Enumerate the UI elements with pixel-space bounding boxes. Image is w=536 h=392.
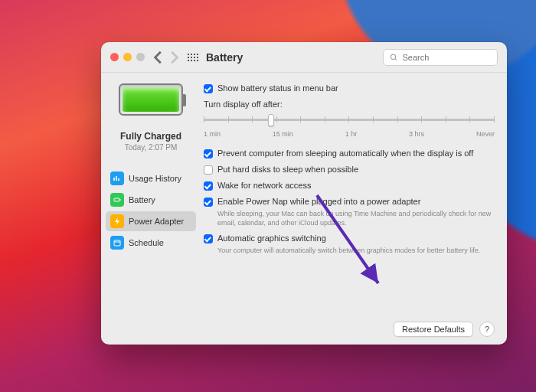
sidebar-item-label: Schedule [129, 238, 164, 247]
pane-footer: Restore Defaults ? [394, 322, 495, 337]
sidebar-item-power-adapter[interactable]: Power Adapter [106, 211, 196, 231]
sidebar-item-label: Power Adapter [129, 217, 184, 226]
setting-show-menubar[interactable]: Show battery status in menu bar [204, 83, 495, 93]
checkbox[interactable] [204, 198, 213, 207]
minimize-button[interactable] [123, 53, 132, 61]
search-icon [390, 53, 398, 62]
chevron-right-icon [166, 51, 180, 64]
checkbox[interactable] [204, 149, 213, 158]
restore-defaults-button[interactable]: Restore Defaults [394, 322, 473, 337]
show-all-icon[interactable] [188, 54, 198, 61]
setting-auto-graphics[interactable]: Automatic graphics switching [204, 234, 495, 243]
settings-pane: Show battery status in menu bar Turn dis… [201, 73, 507, 345]
slider-knob[interactable] [268, 114, 274, 126]
sidebar-nav: Usage History Battery Power Adapter Sche… [106, 168, 196, 253]
bolt-icon [110, 214, 124, 228]
preferences-window: Battery Fully Charged Today, 2:07 PM Usa… [101, 42, 507, 345]
checkbox[interactable] [204, 165, 213, 175]
window-controls [110, 53, 145, 61]
desktop-wallpaper: Battery Fully Charged Today, 2:07 PM Usa… [0, 0, 536, 392]
battery-icon [119, 83, 183, 116]
setting-prevent-sleep[interactable]: Prevent computer from sleeping automatic… [204, 149, 495, 158]
setting-power-nap-desc: While sleeping, your Mac can back up usi… [217, 210, 495, 227]
slider-title: Turn display off after: [204, 100, 495, 109]
checkbox[interactable] [204, 234, 213, 243]
help-button[interactable]: ? [479, 322, 495, 337]
svg-rect-3 [114, 240, 120, 246]
back-button[interactable] [152, 48, 166, 67]
checkbox[interactable] [204, 84, 213, 93]
search-input[interactable] [403, 53, 492, 62]
chevron-left-icon [152, 51, 166, 64]
svg-point-0 [391, 54, 396, 60]
chart-icon [110, 172, 124, 185]
checkbox[interactable] [204, 181, 213, 191]
zoom-button[interactable] [136, 53, 145, 61]
svg-rect-1 [114, 198, 119, 201]
setting-wake-network[interactable]: Wake for network access [204, 181, 495, 191]
sidebar-item-usage-history[interactable]: Usage History [106, 168, 196, 188]
sidebar-item-label: Usage History [129, 174, 181, 183]
window-title: Battery [206, 51, 243, 64]
slider-scale: 1 min 15 min 1 hr 3 hrs Never [204, 130, 495, 138]
sidebar-item-schedule[interactable]: Schedule [106, 233, 196, 253]
setting-auto-graphics-desc: Your computer will automatically switch … [217, 247, 495, 256]
close-button[interactable] [110, 53, 119, 61]
battery-small-icon [110, 193, 124, 207]
calendar-icon [110, 236, 124, 250]
setting-hard-disks[interactable]: Put hard disks to sleep when possible [204, 165, 495, 175]
battery-status-title: Fully Charged [120, 131, 181, 142]
display-off-slider[interactable] [204, 112, 495, 129]
forward-button[interactable] [166, 48, 180, 67]
battery-status-time: Today, 2:07 PM [125, 143, 178, 152]
svg-rect-2 [120, 199, 121, 201]
titlebar: Battery [101, 42, 507, 73]
sidebar-item-label: Battery [129, 195, 155, 204]
search-field[interactable] [383, 49, 498, 66]
sidebar-item-battery[interactable]: Battery [106, 190, 196, 210]
sidebar: Fully Charged Today, 2:07 PM Usage Histo… [101, 73, 201, 345]
setting-power-nap[interactable]: Enable Power Nap while plugged into a po… [204, 197, 495, 207]
